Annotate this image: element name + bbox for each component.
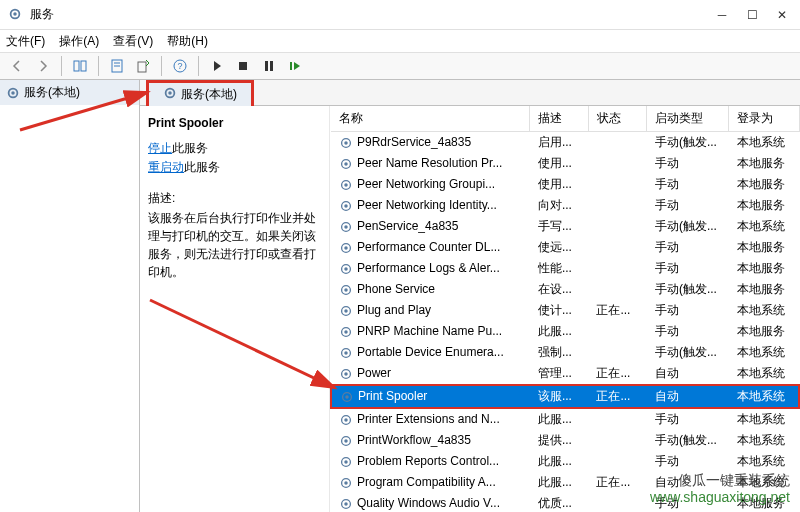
svg-point-43 — [345, 395, 349, 399]
nav-item-services-local[interactable]: 服务(本地) — [0, 80, 139, 105]
cell-logon: 本地服务 — [729, 174, 799, 195]
cell-logon: 本地系统 — [729, 385, 799, 408]
toolbar-separator — [61, 56, 62, 76]
cell-startup: 手动 — [647, 321, 729, 342]
column-name[interactable]: 名称 — [331, 106, 530, 132]
cell-status: 正在... — [588, 472, 647, 493]
cell-name: Print Spooler — [331, 385, 530, 408]
service-row[interactable]: PenService_4a835手写...手动(触发...本地系统 — [331, 216, 799, 237]
service-row[interactable]: Plug and Play使计...正在...手动本地系统 — [331, 300, 799, 321]
service-row[interactable]: Performance Counter DL...使远...手动本地服务 — [331, 237, 799, 258]
service-row[interactable]: Peer Networking Identity...向对...手动本地服务 — [331, 195, 799, 216]
column-status[interactable]: 状态 — [588, 106, 647, 132]
cell-name: PenService_4a835 — [331, 216, 530, 237]
cell-desc: 管理... — [530, 363, 589, 385]
tab-services-local[interactable]: 服务(本地) — [146, 80, 254, 106]
stop-service-button[interactable] — [232, 55, 254, 77]
svg-point-17 — [168, 91, 172, 95]
cell-logon: 本地系统 — [729, 300, 799, 321]
menu-file[interactable]: 文件(F) — [6, 33, 45, 50]
cell-status — [588, 408, 647, 430]
cell-status — [588, 174, 647, 195]
cell-startup: 手动 — [647, 174, 729, 195]
service-row[interactable]: Peer Networking Groupi...使用...手动本地服务 — [331, 174, 799, 195]
service-row[interactable]: Power管理...正在...自动本地系统 — [331, 363, 799, 385]
toolbar-separator — [98, 56, 99, 76]
cell-desc: 使用... — [530, 174, 589, 195]
svg-point-27 — [344, 225, 348, 229]
nav-pane: 服务(本地) — [0, 80, 140, 512]
export-button[interactable] — [132, 55, 154, 77]
svg-point-41 — [344, 372, 348, 376]
cell-startup: 手动 — [647, 408, 729, 430]
column-startup[interactable]: 启动类型 — [647, 106, 729, 132]
app-icon — [8, 7, 24, 23]
service-row[interactable]: Printer Extensions and N...此服...手动本地系统 — [331, 408, 799, 430]
svg-text:?: ? — [177, 61, 182, 71]
pause-service-button[interactable] — [258, 55, 280, 77]
restart-service-button[interactable] — [284, 55, 306, 77]
menu-help[interactable]: 帮助(H) — [167, 33, 208, 50]
cell-name: Plug and Play — [331, 300, 530, 321]
service-row[interactable]: Program Compatibility A...此服...正在...自动本地… — [331, 472, 799, 493]
cell-status — [588, 342, 647, 363]
cell-desc: 优质... — [530, 493, 589, 512]
cell-desc: 此服... — [530, 321, 589, 342]
cell-logon: 本地服务 — [729, 493, 799, 512]
cell-desc: 向对... — [530, 195, 589, 216]
maximize-button[interactable]: ☐ — [746, 9, 758, 21]
tab-strip: 服务(本地) — [140, 80, 800, 106]
back-button[interactable] — [6, 55, 28, 77]
column-description[interactable]: 描述 — [530, 106, 589, 132]
start-service-button[interactable] — [206, 55, 228, 77]
service-row[interactable]: Quality Windows Audio V...优质...手动本地服务 — [331, 493, 799, 512]
cell-name: Quality Windows Audio V... — [331, 493, 530, 512]
service-row[interactable]: Performance Logs & Aler...性能...手动本地服务 — [331, 258, 799, 279]
service-row[interactable]: Phone Service在设...手动(触发...本地服务 — [331, 279, 799, 300]
cell-logon: 本地系统 — [729, 132, 799, 154]
cell-status — [588, 258, 647, 279]
stop-suffix: 此服务 — [172, 141, 208, 155]
service-gear-icon — [339, 283, 353, 297]
tab-label: 服务(本地) — [181, 86, 237, 103]
stop-service-link[interactable]: 停止 — [148, 141, 172, 155]
service-gear-icon — [339, 455, 353, 469]
menu-view[interactable]: 查看(V) — [113, 33, 153, 50]
cell-name: P9RdrService_4a835 — [331, 132, 530, 154]
cell-startup: 手动 — [647, 258, 729, 279]
service-row[interactable]: Problem Reports Control...此服...手动本地系统 — [331, 451, 799, 472]
cell-logon: 本地系统 — [729, 408, 799, 430]
svg-point-33 — [344, 288, 348, 292]
cell-logon: 本地服务 — [729, 258, 799, 279]
cell-startup: 手动 — [647, 451, 729, 472]
service-row[interactable]: PrintWorkflow_4a835提供...手动(触发...本地系统 — [331, 430, 799, 451]
service-row[interactable]: P9RdrService_4a835启用...手动(触发...本地系统 — [331, 132, 799, 154]
cell-logon: 本地服务 — [729, 153, 799, 174]
help-button[interactable]: ? — [169, 55, 191, 77]
menu-action[interactable]: 操作(A) — [59, 33, 99, 50]
cell-name: Phone Service — [331, 279, 530, 300]
cell-startup: 手动 — [647, 153, 729, 174]
service-gear-icon — [339, 178, 353, 192]
forward-button[interactable] — [32, 55, 54, 77]
service-gear-icon — [340, 390, 354, 404]
service-row[interactable]: Portable Device Enumera...强制...手动(触发...本… — [331, 342, 799, 363]
restart-service-link[interactable]: 重启动 — [148, 160, 184, 174]
svg-point-29 — [344, 246, 348, 250]
close-button[interactable]: ✕ — [776, 9, 788, 21]
cell-logon: 本地服务 — [729, 279, 799, 300]
service-row[interactable]: Print Spooler该服...正在...自动本地系统 — [331, 385, 799, 408]
svg-rect-11 — [265, 61, 268, 71]
service-gear-icon — [339, 220, 353, 234]
services-list[interactable]: 名称 描述 状态 启动类型 登录为 P9RdrService_4a835启用..… — [330, 106, 800, 512]
properties-button[interactable] — [106, 55, 128, 77]
service-row[interactable]: Peer Name Resolution Pr...使用...手动本地服务 — [331, 153, 799, 174]
cell-status — [588, 216, 647, 237]
title-bar: 服务 ─ ☐ ✕ — [0, 0, 800, 30]
service-row[interactable]: PNRP Machine Name Pu...此服...手动本地服务 — [331, 321, 799, 342]
svg-rect-10 — [239, 62, 247, 70]
minimize-button[interactable]: ─ — [716, 9, 728, 21]
show-hide-button[interactable] — [69, 55, 91, 77]
column-logon[interactable]: 登录为 — [729, 106, 799, 132]
svg-point-1 — [13, 12, 17, 16]
